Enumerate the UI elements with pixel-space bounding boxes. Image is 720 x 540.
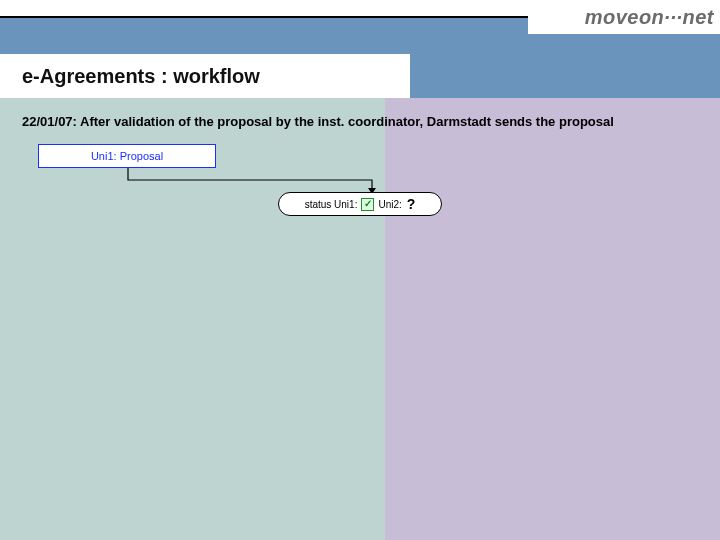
status-badge: status Uni1: ✓ Uni2: ? — [278, 192, 442, 216]
title-band: e-Agreements : workflow — [0, 54, 410, 98]
brand-logo-text: moveon···net — [585, 6, 714, 29]
header-bar: moveon···net e-Agreements : workflow — [0, 18, 720, 98]
brand-logo: moveon···net — [528, 0, 720, 34]
proposal-box-label: Uni1: Proposal — [91, 150, 163, 162]
status-uni2-label: Uni2: — [378, 199, 401, 210]
page-title: e-Agreements : workflow — [22, 65, 260, 88]
main-area: 22/01/07: After validation of the propos… — [0, 98, 720, 540]
checkmark-icon: ✓ — [361, 198, 374, 211]
proposal-box: Uni1: Proposal — [38, 144, 216, 168]
question-mark-icon: ? — [407, 196, 416, 212]
right-pane — [385, 98, 720, 540]
status-uni1-label: status Uni1: — [305, 199, 358, 210]
step-caption: 22/01/07: After validation of the propos… — [22, 114, 706, 129]
